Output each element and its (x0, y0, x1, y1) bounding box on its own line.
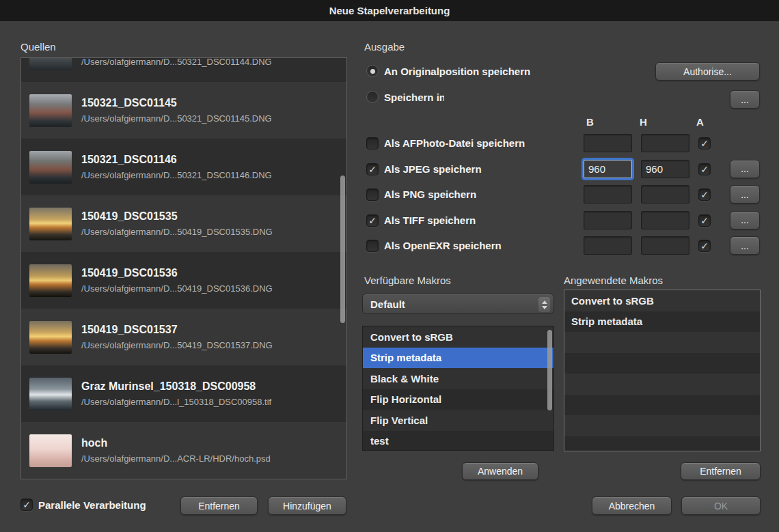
width-input[interactable] (584, 134, 632, 152)
save-original-label: An Originalposition speichern (384, 66, 538, 77)
applied-macro-empty-row (564, 415, 760, 436)
file-thumbnail (29, 57, 72, 70)
macro-item[interactable]: Flip Horizontal (363, 389, 554, 410)
file-path: /Users/olafgiermann/D...50419_DSC01536.D… (81, 283, 273, 294)
list-item[interactable]: 150419_DSC01536 /Users/olafgiermann/D...… (21, 252, 346, 309)
format-label: Als JPEG speichern (384, 163, 482, 175)
window-titlebar: Neue Stapelverarbeitung (0, 0, 779, 21)
applied-macro-empty-row (564, 436, 760, 452)
available-macros-list[interactable]: Convert to sRGB Strip metadata Black & W… (362, 326, 554, 451)
source-file-list[interactable]: /Users/olafgiermann/D...50321_DSC01144.D… (20, 57, 347, 479)
window-title: Neue Stapelverarbeitung (329, 5, 450, 16)
height-input[interactable] (641, 134, 689, 152)
file-thumbnail (29, 151, 72, 184)
selected-category: Default (370, 298, 405, 310)
format-label: Als PNG speichern (384, 188, 476, 200)
macro-list-scrollbar[interactable] (547, 330, 552, 410)
list-item[interactable]: /Users/olafgiermann/D...50321_DSC01144.D… (21, 57, 346, 82)
file-thumbnail (29, 208, 72, 240)
format-options-button[interactable]: ... (730, 211, 760, 229)
aspect-checkbox[interactable] (698, 240, 711, 252)
save-in-radio[interactable] (366, 91, 379, 103)
file-name: 150419_DSC01535 (81, 210, 273, 223)
applied-macros-label: Angewendete Makros (564, 275, 663, 286)
file-path: /Users/olafgiermann/D...50321_DSC01145.D… (81, 113, 272, 124)
column-header-aspect: A (696, 116, 704, 128)
output-section-label: Ausgabe (364, 41, 405, 53)
width-input[interactable] (584, 160, 632, 178)
format-options-button[interactable]: ... (730, 236, 760, 255)
save-in-browse-button[interactable]: ... (730, 90, 760, 109)
format-row: Als AFPhoto-Datei speichern (362, 130, 763, 156)
list-item[interactable]: 150321_DSC01146 /Users/olafgiermann/D...… (21, 139, 346, 195)
list-item[interactable]: 150419_DSC01537 /Users/olafgiermann/D...… (21, 309, 346, 365)
list-item[interactable]: Graz Murinsel_150318_DSC00958 /Users/ola… (21, 365, 346, 422)
applied-macro-item[interactable]: Strip metadata (564, 311, 760, 333)
file-thumbnail (29, 434, 72, 467)
file-thumbnail (29, 321, 72, 354)
height-input[interactable] (641, 160, 689, 178)
column-header-height: H (640, 116, 647, 128)
applied-macro-empty-row (564, 395, 760, 416)
applied-macro-item[interactable]: Convert to sRGB (564, 290, 760, 311)
aspect-checkbox[interactable] (698, 137, 711, 150)
format-row: Als PNG speichern ... (362, 182, 763, 208)
format-checkbox[interactable] (366, 163, 379, 176)
file-path: /Users/olafgiermann/D...l_150318_DSC0095… (81, 396, 271, 408)
width-input[interactable] (584, 211, 632, 229)
format-options-button[interactable]: ... (730, 160, 760, 178)
format-row: Als TIFF speichern ... (362, 208, 763, 234)
macro-item[interactable]: Convert to sRGB (363, 326, 554, 348)
width-input[interactable] (584, 185, 632, 204)
macro-item[interactable]: Strip metadata (363, 348, 554, 369)
format-checkbox[interactable] (366, 240, 379, 252)
format-checkbox[interactable] (366, 188, 379, 201)
aspect-checkbox[interactable] (698, 188, 711, 201)
parallel-processing-label: Parallele Verarbeitung (38, 499, 146, 511)
ok-button[interactable]: OK (681, 496, 761, 515)
applied-macro-empty-row (564, 374, 760, 395)
format-checkbox[interactable] (366, 214, 379, 227)
file-path: /Users/olafgiermann/D...50419_DSC01535.D… (81, 226, 273, 238)
file-name: 150321_DSC01145 (81, 96, 272, 110)
list-item[interactable]: 150419_DSC01535 /Users/olafgiermann/D...… (21, 195, 346, 252)
format-row: Als JPEG speichern ... (362, 156, 763, 182)
add-source-button[interactable]: Hinzufügen (268, 496, 346, 515)
remove-source-button[interactable]: Entfernen (180, 496, 258, 515)
stepper-icon (538, 297, 550, 312)
parallel-processing-checkbox[interactable] (20, 499, 33, 511)
sources-section-label: Quellen (20, 41, 56, 53)
width-input[interactable] (584, 236, 632, 255)
file-thumbnail (29, 378, 72, 410)
format-row: Als OpenEXR speichern ... (362, 233, 763, 259)
remove-applied-macro-button[interactable]: Entfernen (681, 462, 761, 480)
format-checkbox[interactable] (366, 137, 379, 150)
format-options-button[interactable]: ... (730, 185, 760, 204)
macro-category-select[interactable]: Default (362, 294, 554, 314)
apply-macro-button[interactable]: Anwenden (462, 462, 538, 480)
source-list-scrollbar[interactable] (340, 176, 345, 323)
file-path: /Users/olafgiermann/D...50321_DSC01144.D… (81, 57, 272, 68)
macro-item[interactable]: test (363, 431, 554, 451)
authorise-button[interactable]: Authorise... (655, 62, 760, 81)
file-path: /Users/olafgiermann/D...ACR-LR/HDR/hoch.… (81, 453, 271, 464)
applied-macros-list[interactable]: Convert to sRGB Strip metadata (564, 290, 761, 451)
cancel-button[interactable]: Abbrechen (592, 496, 672, 515)
height-input[interactable] (641, 236, 689, 255)
file-thumbnail (29, 264, 72, 297)
height-input[interactable] (641, 211, 689, 229)
column-header-width: B (586, 116, 594, 128)
list-item[interactable]: 150321_DSC01145 /Users/olafgiermann/D...… (21, 82, 346, 139)
format-label: Als OpenEXR speichern (384, 240, 502, 251)
applied-macro-empty-row (564, 332, 760, 353)
aspect-checkbox[interactable] (698, 214, 711, 227)
macro-item[interactable]: Black & White (363, 368, 554, 389)
macro-item[interactable]: Flip Vertical (363, 410, 554, 431)
available-macros-label: Verfügbare Makros (364, 275, 451, 286)
height-input[interactable] (641, 185, 689, 204)
aspect-checkbox[interactable] (698, 163, 711, 176)
applied-macro-empty-row (564, 353, 760, 374)
save-original-radio[interactable] (366, 65, 379, 77)
save-in-label: Speichern in (384, 92, 444, 103)
list-item[interactable]: hoch /Users/olafgiermann/D...ACR-LR/HDR/… (21, 422, 346, 479)
